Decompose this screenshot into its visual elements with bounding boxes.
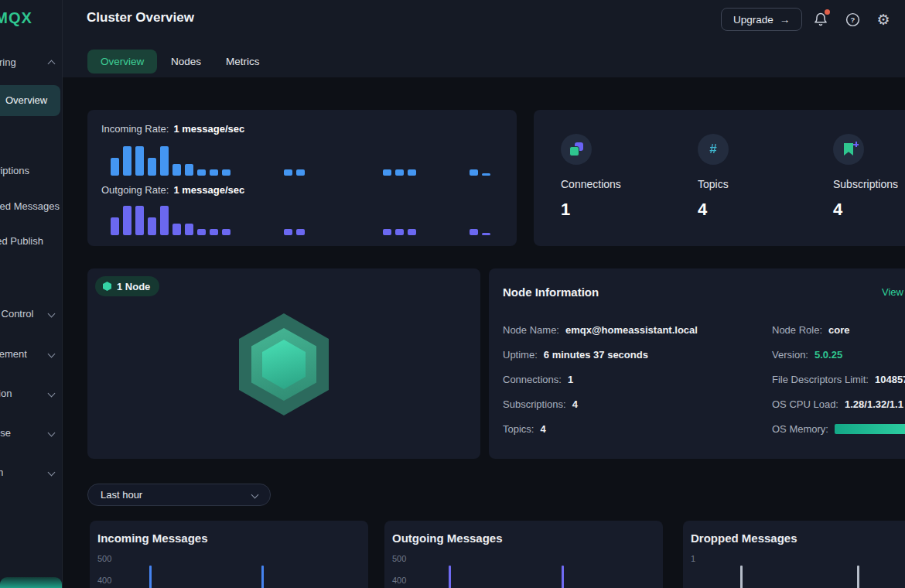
info-row-node-name: Node Name:emqx@homeassistant.local [503, 324, 698, 336]
sidebar-item-overview[interactable]: Overview [0, 85, 60, 116]
subscriptions-icon [833, 134, 864, 165]
outgoing-rate-bars [111, 204, 490, 235]
tab-metrics[interactable]: Metrics [223, 50, 263, 74]
info-row-connections: Connections:1 [503, 374, 573, 385]
sidebar-item-monitoring[interactable]: Monitoring [0, 53, 62, 72]
info-row-subscriptions: Subscriptions:4 [503, 398, 578, 410]
info-row-node-role: Node Role:core [772, 324, 850, 336]
chevron-down-icon [48, 390, 56, 398]
sidebar-item-delayed-publish[interactable]: Delayed Publish [0, 231, 62, 251]
tab-bar: Overview Nodes Metrics [62, 39, 905, 77]
chart-title: Incoming Messages [97, 532, 208, 545]
chevron-down-icon [251, 491, 259, 499]
sidebar-item-management[interactable]: Management [0, 344, 62, 364]
notification-dot [825, 9, 830, 15]
chevron-down-icon [48, 310, 56, 318]
connections-icon [561, 134, 592, 165]
info-row-version: Version:5.0.25 [772, 349, 842, 361]
outgoing-rate-row: Outgoing Rate:1 message/sec [101, 184, 244, 196]
sidebar: EMQX Monitoring Overview Clients Subscri… [0, 0, 63, 588]
node-visual-card: 1 Node [87, 268, 480, 459]
header: Cluster Overview Upgrade → ? ⚙ [62, 0, 905, 39]
incoming-rate-row: Incoming Rate:1 message/sec [101, 123, 244, 135]
sidebar-item-access-control[interactable]: Access Control [0, 304, 62, 323]
info-row-uptime: Uptime:6 minutes 37 seconds [503, 349, 648, 361]
bell-icon[interactable] [812, 11, 829, 28]
dropped-messages-chart: Dropped Messages 1 [683, 521, 905, 588]
arrow-right-icon: → [780, 14, 791, 26]
info-row-fd-limit: File Descriptors Limit:1048576 [772, 374, 905, 385]
sidebar-item-retained-messages[interactable]: Retained Messages [0, 197, 62, 216]
incoming-rate-value: 1 message/sec [173, 123, 244, 135]
upgrade-label: Upgrade [733, 14, 774, 26]
stat-label: Topics [698, 178, 729, 190]
memory-progress-bar [835, 424, 905, 434]
info-row-topics: Topics:4 [503, 423, 546, 435]
chevron-down-icon [48, 469, 56, 477]
time-range-value: Last hour [101, 489, 142, 501]
view-link[interactable]: View [882, 286, 903, 298]
node-count-badge: 1 Node [95, 276, 159, 296]
info-row-os-memory: OS Memory: [772, 423, 905, 435]
info-row-cpu-load: OS CPU Load:1.28/1.32/1.1 [772, 398, 903, 410]
chevron-down-icon [48, 350, 56, 358]
stat-value: 4 [698, 200, 707, 220]
stat-value: 1 [561, 200, 570, 220]
chart-title: Outgoing Messages [392, 532, 503, 545]
upgrade-button[interactable]: Upgrade → [721, 8, 802, 31]
chart-title: Dropped Messages [691, 532, 797, 545]
stat-label: Connections [561, 178, 621, 190]
emqx-dashboard: Cluster Overview Upgrade → ? ⚙ Overview … [0, 0, 905, 588]
gear-icon[interactable]: ⚙ [875, 11, 892, 28]
sidebar-item-subscriptions[interactable]: Subscriptions [0, 161, 62, 180]
sidebar-item-clients[interactable]: Clients [0, 126, 62, 145]
emqx-logo: EMQX [0, 9, 32, 27]
sidebar-item-integration[interactable]: Integration [0, 384, 62, 403]
sidebar-item-diagnose[interactable]: Diagnose [0, 423, 62, 443]
node-information-card: Node Information View Node Name:emqx@hom… [489, 268, 905, 459]
tab-overview[interactable]: Overview [87, 50, 157, 74]
outgoing-messages-chart: Outgoing Messages 500400 [384, 521, 663, 588]
outgoing-rate-value: 1 message/sec [173, 184, 244, 196]
topics-icon: # [698, 134, 729, 165]
node-info-title: Node Information [503, 285, 599, 299]
tab-nodes[interactable]: Nodes [168, 50, 204, 74]
stats-card: Connections 1 # Topics 4 Subscriptions 4 [534, 110, 905, 246]
help-icon[interactable]: ? [844, 11, 861, 28]
stat-value: 4 [833, 200, 842, 220]
chevron-down-icon [48, 429, 56, 437]
hexagon-icon [103, 282, 111, 291]
svg-text:?: ? [850, 15, 855, 24]
message-rate-card: Incoming Rate:1 message/sec Outgoing Rat… [87, 110, 517, 246]
sidebar-footer[interactable] [0, 577, 62, 588]
page-title: Cluster Overview [87, 10, 194, 26]
sidebar-item-alarms[interactable]: Alarms [0, 266, 62, 285]
incoming-rate-bars [111, 145, 490, 176]
time-range-select[interactable]: Last hour [87, 484, 271, 506]
sidebar-item-system[interactable]: System [0, 463, 62, 482]
incoming-messages-chart: Incoming Messages 500400 [90, 521, 368, 588]
chevron-up-icon [48, 60, 56, 68]
stat-label: Subscriptions [833, 178, 898, 190]
